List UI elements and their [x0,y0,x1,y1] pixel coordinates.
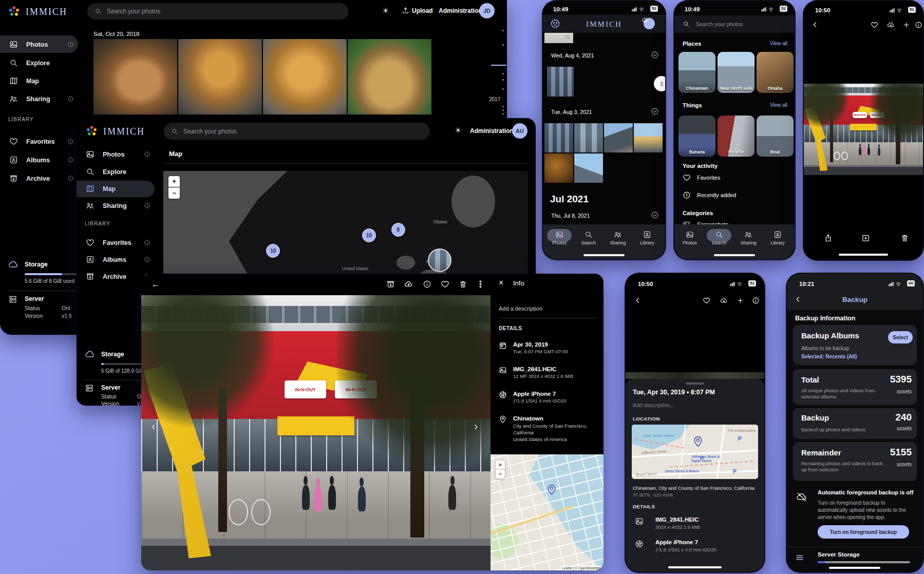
search-input[interactable]: Search your photos [164,123,430,140]
info-icon[interactable] [67,138,74,145]
cloud-upload-icon[interactable] [642,16,649,24]
sidebar-item-map[interactable]: Map [9,76,39,85]
back-arrow-icon[interactable]: ← [152,279,160,290]
place-card-omaha[interactable]: Omaha [757,52,794,93]
photo-thumbnail[interactable] [574,123,603,152]
info-icon[interactable] [67,157,74,163]
avatar[interactable]: JD [479,3,495,18]
map-zoom-in-button[interactable]: + [168,176,180,187]
photo-thumbnail[interactable] [544,123,573,152]
timeline-drag-handle[interactable] [654,76,665,91]
previous-photo-chevron[interactable]: ‹ [152,419,155,434]
trash-icon[interactable] [900,234,909,242]
detail-location[interactable]: Chinatown [513,415,543,422]
nav-tab-photos[interactable]: Photos [675,231,704,245]
nav-tab-library[interactable]: Library [763,231,792,245]
nav-tab-library[interactable]: Library [633,231,662,245]
photo-thumbnail[interactable] [574,154,603,183]
nav-tab-search[interactable]: Search [574,231,603,245]
kebab-menu-icon[interactable] [476,280,485,289]
photo-in-n-out[interactable]: IN-N-OUT IN-N-OUT [141,295,491,570]
info-icon[interactable] [144,151,150,158]
photo-thumbnail[interactable] [634,123,663,152]
plus-icon[interactable] [737,297,744,304]
location-map[interactable]: The Embarcadero Hyde Street Harbor Jeffe… [632,425,758,479]
upload-icon[interactable] [402,7,409,14]
administration-link[interactable]: Administration [470,127,514,135]
photo-in-n-out[interactable]: IN-N-OUT IN-N-OUT [804,84,923,175]
search-input[interactable]: Search your photos [87,3,348,20]
thing-card-boat[interactable]: Boat [757,116,794,157]
archive-add-icon[interactable] [861,234,870,242]
places-view-all-link[interactable]: View all [770,41,787,47]
sidebar-item-favorites[interactable]: Favorites [9,137,55,146]
minimap-zoom-in[interactable]: + [496,461,505,469]
select-button[interactable]: Select [888,331,913,343]
next-photo-chevron[interactable]: › [474,419,478,434]
photo-thumbnail[interactable] [544,154,573,183]
sidebar-item-photos[interactable]: Photos [86,150,124,159]
theme-toggle-sun-icon[interactable]: ☀ [455,126,461,136]
timeline-position-indicator[interactable] [491,65,506,66]
place-card-near-north-side[interactable]: Near north side [718,52,755,93]
photo-thumbnail[interactable] [263,39,347,114]
cloud-download-icon[interactable] [720,297,728,304]
sidebar-item-archive[interactable]: Archive [86,272,126,281]
sidebar-item-albums[interactable]: Albums [9,156,50,164]
info-icon[interactable] [144,256,150,263]
select-check-icon[interactable] [651,107,659,116]
map-photo-marker[interactable] [428,248,451,272]
sidebar-item-explore[interactable]: Explore [9,59,50,67]
info-icon[interactable] [144,202,150,209]
back-chevron-icon[interactable] [811,21,819,29]
add-description-field[interactable]: Add description... [633,402,674,409]
photo-thumbnail[interactable] [547,67,574,97]
thing-card-bicycle[interactable]: Bicycle [718,116,755,157]
nav-tab-sharing[interactable]: Sharing [734,231,763,245]
photo-thumbnail[interactable] [348,39,431,114]
administration-link[interactable]: Administration [439,7,482,15]
info-icon[interactable] [752,297,760,304]
info-icon[interactable] [67,41,74,48]
theme-toggle-sun-icon[interactable]: ☀ [382,6,389,16]
things-view-all-link[interactable]: View all [770,102,787,109]
map-cluster-marker[interactable]: 8 [391,223,405,237]
info-icon[interactable] [423,280,431,289]
heart-icon[interactable] [441,280,449,289]
thing-card-banana[interactable]: Banana [678,116,715,157]
sheet-drag-handle[interactable] [686,382,704,385]
place-card-chinatown[interactable]: Chinatown [678,52,715,93]
minimap-zoom-out[interactable]: − [496,469,505,479]
sidebar-item-map[interactable]: Map [86,184,116,193]
nav-tab-sharing[interactable]: Sharing [604,231,632,245]
heart-icon[interactable] [703,297,710,304]
photo-thumbnail[interactable] [604,123,633,152]
map-cluster-marker[interactable]: 10 [266,244,280,258]
share-icon[interactable] [824,234,833,242]
trash-icon[interactable] [459,280,467,289]
timeline-scrubber[interactable]: 2017 [487,29,507,121]
sidebar-item-archive[interactable]: Archive [9,174,50,183]
turn-on-foreground-backup-button[interactable]: Turn on foreground backup [818,525,909,539]
plus-icon[interactable] [902,21,910,29]
info-icon[interactable] [67,175,74,182]
sidebar-item-explore[interactable]: Explore [86,167,126,176]
archive-download-icon[interactable] [386,280,395,289]
sidebar-item-sharing[interactable]: Sharing [9,94,50,103]
avatar[interactable]: AU [512,123,527,139]
sidebar-item-photos[interactable]: Photos [9,40,48,49]
add-description-field[interactable]: Add a description [499,305,542,313]
nav-tab-search[interactable]: Search [705,231,733,245]
back-chevron-icon[interactable] [634,296,642,304]
cloud-upload-icon[interactable] [404,280,413,289]
select-check-icon[interactable] [651,51,659,59]
map-cluster-marker[interactable]: 10 [362,228,376,242]
nav-tab-photos[interactable]: Photos [545,231,574,245]
cloud-download-icon[interactable] [887,21,895,29]
upload-button[interactable]: Upload [412,7,433,15]
map-zoom-out-button[interactable]: − [168,187,180,199]
location-minimap[interactable]: + − Leaflet | © OpenStreetMap [491,454,604,570]
select-check-icon[interactable] [651,211,659,219]
close-icon[interactable]: × [499,278,503,288]
sidebar-item-sharing[interactable]: Sharing [86,201,127,210]
